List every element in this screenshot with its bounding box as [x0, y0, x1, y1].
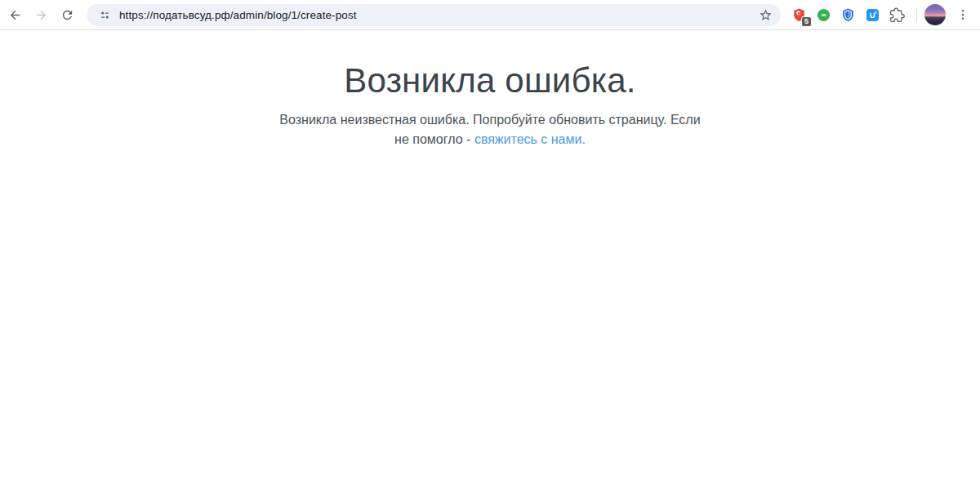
svg-text:U: U: [870, 11, 875, 20]
toolbar-separator: [916, 8, 917, 22]
error-title: Возникла ошибка.: [0, 61, 980, 100]
url-input[interactable]: [119, 9, 755, 21]
star-outline-icon: [759, 8, 773, 22]
extensions-menu-button[interactable]: [886, 4, 908, 26]
extension-badge: 5: [801, 16, 812, 27]
error-message: Возникла неизвестная ошибка. Попробуйте …: [229, 110, 751, 149]
extension-blue-shield-bitwarden[interactable]: [837, 4, 859, 26]
kebab-menu-icon: [956, 8, 969, 21]
blue-shield-icon: [840, 7, 856, 23]
svg-text:∞: ∞: [821, 11, 826, 19]
reload-button[interactable]: [56, 3, 78, 26]
site-controls-icon: [99, 9, 111, 21]
blue-u-icon: U: [865, 7, 880, 23]
extension-red-shield-adblocker[interactable]: 5: [788, 4, 810, 26]
address-bar[interactable]: [87, 4, 781, 26]
browser-window: 5 ∞ U: [0, 0, 980, 499]
refresh-icon: [60, 8, 74, 22]
profile-avatar[interactable]: [924, 4, 946, 25]
browser-toolbar: 5 ∞ U: [0, 0, 980, 30]
arrow-right-icon: [34, 8, 48, 22]
forward-button[interactable]: [29, 3, 52, 26]
extension-blue-u-square[interactable]: U: [862, 4, 884, 26]
browser-menu-button[interactable]: [952, 4, 973, 25]
bookmark-button[interactable]: [755, 4, 776, 25]
error-message-line2: не помогло -: [394, 132, 474, 146]
back-button[interactable]: [3, 3, 26, 26]
error-page: Возникла ошибка. Возникла неизвестная ош…: [0, 30, 980, 499]
puzzle-piece-icon: [889, 7, 905, 23]
arrow-left-icon: [8, 8, 22, 22]
green-infinity-icon: ∞: [816, 7, 831, 23]
site-info-icon[interactable]: [96, 7, 113, 23]
contact-link[interactable]: свяжитесь с нами.: [474, 132, 586, 146]
extension-green-infinity[interactable]: ∞: [813, 4, 835, 26]
error-message-line1: Возникла неизвестная ошибка. Попробуйте …: [279, 113, 700, 127]
